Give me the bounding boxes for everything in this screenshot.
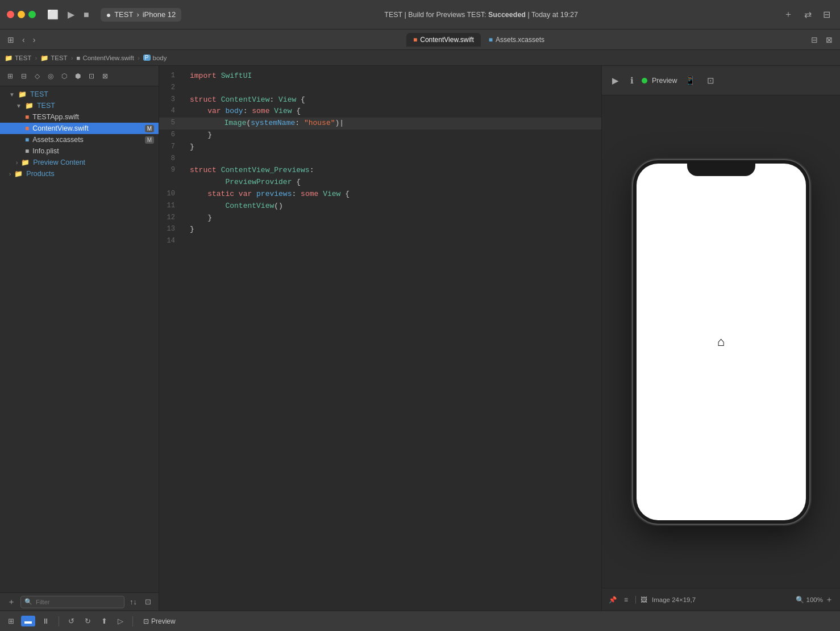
code-editor[interactable]: 1 import SwiftUI 2 3 struct ContentView:… xyxy=(159,66,601,611)
sidebar-icon-btn-4[interactable]: ◎ xyxy=(45,70,56,82)
bottom-pause-button[interactable]: ⏸ xyxy=(39,616,53,626)
add-button[interactable]: ＋ xyxy=(781,7,796,22)
bottom-rotate-left-button[interactable]: ↺ xyxy=(65,616,78,626)
add-file-button[interactable]: ＋ xyxy=(5,595,18,609)
preview-content: ⌂ xyxy=(602,95,840,588)
folder-icon-2: 📁 xyxy=(25,102,34,110)
adjust-editor-button[interactable]: ⊠ xyxy=(823,34,835,46)
sort-button[interactable]: ↑↓ xyxy=(127,596,140,608)
sidebar-icon-btn-2[interactable]: ⊟ xyxy=(18,70,30,82)
sidebar-icon-btn-8[interactable]: ⊠ xyxy=(99,70,111,82)
folder-icon-products: 📁 xyxy=(14,170,23,178)
sidebar-icon-btn-3[interactable]: ◇ xyxy=(32,70,43,82)
sidebar-icon-btn-5[interactable]: ⬡ xyxy=(59,70,70,82)
plist-icon: ■ xyxy=(25,147,29,155)
preview-device-button[interactable]: 📱 xyxy=(681,73,699,88)
breadcrumb-file-icon: ■ xyxy=(76,55,80,61)
divider xyxy=(635,596,636,604)
bottom-bar: ⊞ ▬ ⏸ ↺ ↻ ⬆ ▷ ⊡ Preview xyxy=(0,611,840,631)
zoom-in-button[interactable]: ＋ xyxy=(825,595,833,605)
code-line-10: 10 static var previews: some View { xyxy=(159,189,601,200)
device-separator: › xyxy=(136,10,139,19)
folder-icon: 📁 xyxy=(18,90,27,98)
bottom-rotate-right-button[interactable]: ↻ xyxy=(81,616,94,626)
build-status: TEST | Build for Previews TEST: Succeede… xyxy=(186,11,776,19)
assets-modified-badge: M xyxy=(145,136,154,144)
bottom-grid-button[interactable]: ⊞ xyxy=(5,616,18,626)
iphone-frame: ⌂ xyxy=(633,160,809,524)
preview-info-button[interactable]: ℹ xyxy=(627,73,637,88)
layout-button[interactable]: ⇄ xyxy=(801,8,814,21)
sidebar-item-info-plist[interactable]: ■ Info.plist xyxy=(0,145,159,157)
code-line-7: 7 } xyxy=(159,141,601,153)
sidebar-item-assets-xcassets[interactable]: ■ Assets.xcassets M xyxy=(0,134,159,145)
navigator-toggle-button[interactable]: ⊞ xyxy=(5,34,17,46)
stop-button[interactable]: ■ xyxy=(81,9,92,21)
sidebar-label-products: Products xyxy=(26,170,54,178)
forward-button[interactable]: › xyxy=(30,34,39,46)
breadcrumb-body[interactable]: body xyxy=(153,55,167,61)
view-options-button[interactable]: ⊡ xyxy=(142,596,154,608)
sidebar-item-preview-content[interactable]: › 📁 Preview Content xyxy=(0,157,159,168)
minimize-button[interactable] xyxy=(18,11,25,18)
bottom-preview-button[interactable]: ⊡ Preview xyxy=(139,616,180,627)
bottom-rect-button[interactable]: ▬ xyxy=(21,616,35,626)
preview-share-button[interactable]: ⊡ xyxy=(704,73,718,88)
sidebar-item-root-test[interactable]: ▼ 📁 TEST xyxy=(0,89,159,100)
sidebar-label-root-test: TEST xyxy=(30,90,48,98)
sidebar-label-preview-content: Preview Content xyxy=(33,158,85,166)
sidebar-label-testapp: TESTApp.swift xyxy=(32,113,79,121)
breadcrumb-p-icon: P xyxy=(143,55,151,61)
sidebar-icon-btn-6[interactable]: ⬢ xyxy=(72,70,84,82)
breadcrumb-folder-icon2: 📁 xyxy=(40,54,48,62)
editor-toolbar: ⊞ ‹ › ■ ContentView.swift ■ Assets.xcass… xyxy=(0,30,840,50)
play-button[interactable]: ▶ xyxy=(65,8,77,21)
sidebar-item-test-folder[interactable]: ▼ 📁 TEST xyxy=(0,100,159,111)
preview-play-button[interactable]: ▶ xyxy=(609,73,622,88)
preview-bottom-bar: 📌 ≡ 🖼 Image 24×19,7 🔍 100% ＋ xyxy=(602,588,840,611)
sidebar-label-assets: Assets.xcassets xyxy=(32,136,84,144)
code-line-9b: PreviewProvider { xyxy=(159,177,601,189)
sidebar-item-testapp-swift[interactable]: ■ TESTApp.swift xyxy=(0,111,159,123)
editor-area: 1 import SwiftUI 2 3 struct ContentView:… xyxy=(159,66,601,611)
tab-contentview-swift[interactable]: ■ ContentView.swift xyxy=(406,33,481,47)
breadcrumb-test1[interactable]: TEST xyxy=(15,55,31,61)
zoom-controls: 🔍 100% ＋ xyxy=(796,595,833,605)
sidebar-label-info-plist: Info.plist xyxy=(32,147,59,155)
code-line-6: 6 } xyxy=(159,129,601,141)
preview-label: Preview xyxy=(652,77,677,85)
sidebar-icon-btn-7[interactable]: ⊡ xyxy=(86,70,97,82)
device-name-label: iPhone 12 xyxy=(143,10,176,19)
toolbar-left: ⊞ ‹ › xyxy=(5,34,404,46)
sidebar-icon-btn-1[interactable]: ⊞ xyxy=(5,70,16,82)
zoom-level-label: 100% xyxy=(806,596,823,603)
filter-input[interactable] xyxy=(32,597,120,607)
fullscreen-button[interactable] xyxy=(28,11,36,18)
file-modified-badge: M xyxy=(145,125,154,132)
sidebar-item-contentview-swift[interactable]: ■ ContentView.swift M xyxy=(0,123,159,134)
bottom-play-button[interactable]: ▷ xyxy=(114,616,127,626)
code-line-14: 14 xyxy=(159,236,601,248)
tab-assets-xcassets[interactable]: ■ Assets.xcassets xyxy=(482,33,551,47)
iphone-notch xyxy=(687,160,755,176)
bottom-separator-2 xyxy=(132,616,133,626)
split-editor-button[interactable]: ⊟ xyxy=(808,34,821,46)
split-view-button[interactable]: ⊟ xyxy=(820,8,833,21)
sidebar-toggle-button[interactable]: ⬜ xyxy=(45,8,61,21)
bottom-upload-button[interactable]: ⬆ xyxy=(98,616,111,626)
code-line-2: 2 xyxy=(159,82,601,94)
sidebar-item-products[interactable]: › 📁 Products xyxy=(0,168,159,179)
back-button[interactable]: ‹ xyxy=(19,34,28,46)
code-line-13: 13 } xyxy=(159,224,601,236)
house-icon: ⌂ xyxy=(717,336,725,348)
close-button[interactable] xyxy=(7,11,14,18)
assets-icon: ■ xyxy=(25,136,29,144)
preview-list-button[interactable]: ≡ xyxy=(621,594,631,605)
device-selector[interactable]: ● TEST › iPhone 12 xyxy=(101,8,182,22)
sidebar: ⊞ ⊟ ◇ ◎ ⬡ ⬢ ⊡ ⊠ ▼ 📁 TEST ▼ 📁 TEST xyxy=(0,66,159,611)
breadcrumb-test2[interactable]: TEST xyxy=(51,55,67,61)
preview-tab-icon: ⊡ xyxy=(143,617,149,625)
breadcrumb-contentview[interactable]: ContentView.swift xyxy=(82,55,134,61)
folder-icon-preview: 📁 xyxy=(21,158,30,166)
code-line-9: 9 struct ContentView_Previews: xyxy=(159,165,601,177)
